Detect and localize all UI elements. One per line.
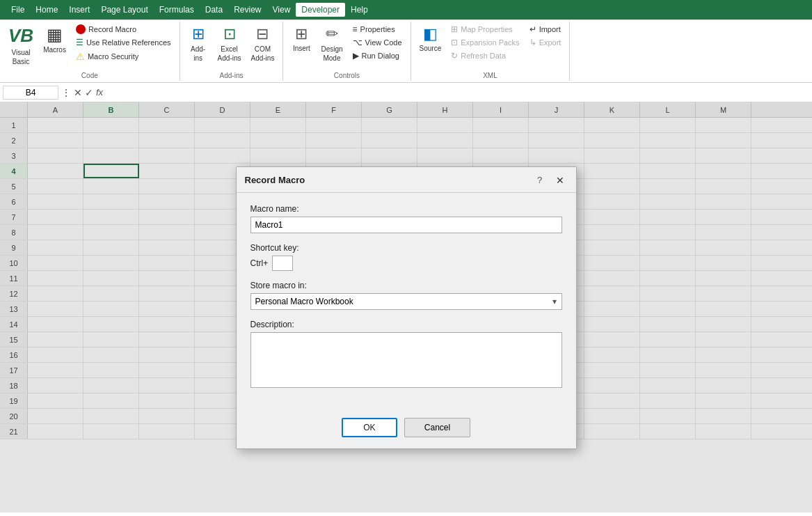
menu-review[interactable]: Review [228,3,266,17]
properties-button[interactable]: ≡ Properties [349,23,406,36]
ribbon-group-controls: ⊞ Insert ✏ DesignMode ≡ Properties ⌥ Vie… [283,22,411,81]
source-button[interactable]: ◧ Source [415,23,446,54]
import-icon: ↵ [530,24,536,34]
macro-name-input[interactable] [250,217,562,233]
add-ins-icon: ⊞ [192,25,205,43]
expansion-packs-icon: ⊡ [451,38,458,47]
xml-left-col: ⊞ Map Properties ⊡ Expansion Packs ↻ Ref… [447,23,523,62]
dialog-footer: OK Cancel [237,411,576,448]
expansion-packs-button[interactable]: ⊡ Expansion Packs [447,36,523,49]
expand-icon: ⋮ [61,87,71,98]
refresh-data-icon: ↻ [451,51,458,61]
record-macro-dialog: Record Macro ? ✕ Macro name: Shor [236,166,577,449]
macro-name-field: Macro name: [250,204,562,233]
excel-add-ins-icon: ⊡ [223,25,236,43]
properties-label: Properties [360,25,395,33]
shortcut-key-label: Shortcut key: [250,243,562,253]
shortcut-key-input[interactable] [272,256,293,271]
dialog-title: Record Macro [245,175,305,185]
formula-input[interactable] [106,88,809,97]
ok-button[interactable]: OK [342,418,397,437]
com-add-ins-label: COMAdd-ins [251,45,275,63]
cell-reference-input[interactable] [3,86,58,100]
menu-bar: File Home Insert Page Layout Formulas Da… [0,0,812,19]
menu-file[interactable]: File [6,3,30,17]
dialog-body: Macro name: Shortcut key: Ctrl+ [237,193,576,411]
description-label-text: Description: [250,320,294,329]
confirm-formula-icon[interactable]: ✓ [85,87,93,98]
macros-label: Macros [43,46,66,54]
menu-formulas[interactable]: Formulas [154,3,200,17]
warning-icon: ⚠ [76,51,85,62]
com-add-ins-icon: ⊟ [256,25,269,43]
store-macro-label-text: Store macro in: [250,281,307,290]
menu-data[interactable]: Data [200,3,228,17]
source-icon: ◧ [423,25,438,43]
description-textarea[interactable] [250,332,562,388]
code-group-label: Code [81,70,98,79]
dialog-help-button[interactable]: ? [533,173,547,187]
use-relative-refs-button[interactable]: ☰ Use Relative References [72,36,175,49]
shortcut-row: Ctrl+ [250,256,562,271]
formula-icons: ⋮ ✕ ✓ fx [61,87,103,98]
insert-icon: ⊞ [295,25,308,43]
ribbon-controls-items: ⊞ Insert ✏ DesignMode ≡ Properties ⌥ Vie… [287,23,406,70]
ribbon-code-items: VB VisualBasic ▦ Macros Record Macro ☰ U… [4,23,175,70]
dialog-titlebar: Record Macro ? ✕ [237,167,576,193]
ribbon-group-addins: ⊞ Add-ins ⊡ ExcelAdd-ins ⊟ COMAdd-ins Ad… [180,22,284,81]
import-button[interactable]: ↵ Import [525,23,566,36]
description-label: Description: [250,320,562,329]
add-ins-button[interactable]: ⊞ Add-ins [184,23,212,65]
dialog-title-buttons: ? ✕ [533,173,568,188]
com-add-ins-button[interactable]: ⊟ COMAdd-ins [247,23,279,65]
xml-right-col: ↵ Import ↳ Export [525,23,566,49]
ctrl-plus-label: Ctrl+ [250,258,269,268]
formula-bar: ⋮ ✕ ✓ fx [0,83,812,102]
menu-help[interactable]: Help [345,3,374,17]
properties-icon: ≡ [353,24,358,34]
cancel-formula-icon[interactable]: ✕ [74,87,82,98]
relative-refs-label: Use Relative References [86,38,171,47]
run-dialog-label: Run Dialog [362,52,399,60]
store-macro-select[interactable]: Personal Macro Workbook This Workbook Ne… [250,293,562,310]
import-label: Import [539,25,561,33]
design-mode-button[interactable]: ✏ DesignMode [317,23,347,65]
xml-group-label: XML [483,70,497,79]
design-mode-icon: ✏ [326,25,338,43]
shortcut-key-field: Shortcut key: Ctrl+ [250,243,562,271]
menu-developer[interactable]: Developer [296,3,345,17]
visual-basic-icon: VB [8,25,33,47]
menu-view[interactable]: View [267,3,296,17]
insert-control-button[interactable]: ⊞ Insert [287,23,315,54]
menu-home[interactable]: Home [30,3,63,17]
run-dialog-button[interactable]: ▶ Run Dialog [349,49,406,62]
map-properties-button[interactable]: ⊞ Map Properties [447,23,523,36]
spreadsheet: A B C D E F G H I J K L M 12345678910111… [0,102,812,513]
visual-basic-button[interactable]: VB VisualBasic [4,23,38,68]
insert-function-icon[interactable]: fx [96,87,103,97]
ribbon-addins-items: ⊞ Add-ins ⊡ ExcelAdd-ins ⊟ COMAdd-ins [184,23,279,70]
visual-basic-label: VisualBasic [12,48,31,66]
shortcut-key-label-text: Shortcut key: [250,243,299,253]
record-macro-button[interactable]: Record Macro [72,23,175,36]
ribbon-xml-items: ◧ Source ⊞ Map Properties ⊡ Expansion Pa… [415,23,566,70]
ribbon-group-xml: ◧ Source ⊞ Map Properties ⊡ Expansion Pa… [411,22,571,81]
macro-security-button[interactable]: ⚠ Macro Security [72,49,175,63]
excel-add-ins-button[interactable]: ⊡ ExcelAdd-ins [214,23,246,65]
view-code-icon: ⌥ [353,38,363,47]
refresh-data-button[interactable]: ↻ Refresh Data [447,49,523,62]
macros-button[interactable]: ▦ Macros [39,23,70,56]
store-macro-field: Store macro in: Personal Macro Workbook … [250,281,562,310]
design-mode-label: DesignMode [321,45,342,63]
add-ins-label: Add-ins [191,45,205,63]
export-button[interactable]: ↳ Export [525,36,566,49]
dialog-close-button[interactable]: ✕ [552,173,568,188]
view-code-button[interactable]: ⌥ View Code [349,36,406,49]
store-macro-select-wrapper: Personal Macro Workbook This Workbook Ne… [250,293,562,310]
menu-page-layout[interactable]: Page Layout [95,3,153,17]
store-macro-label: Store macro in: [250,281,562,290]
menu-insert[interactable]: Insert [63,3,95,17]
cancel-button[interactable]: Cancel [404,418,470,437]
macro-security-label: Macro Security [88,52,138,61]
addins-group-label: Add-ins [220,70,244,79]
